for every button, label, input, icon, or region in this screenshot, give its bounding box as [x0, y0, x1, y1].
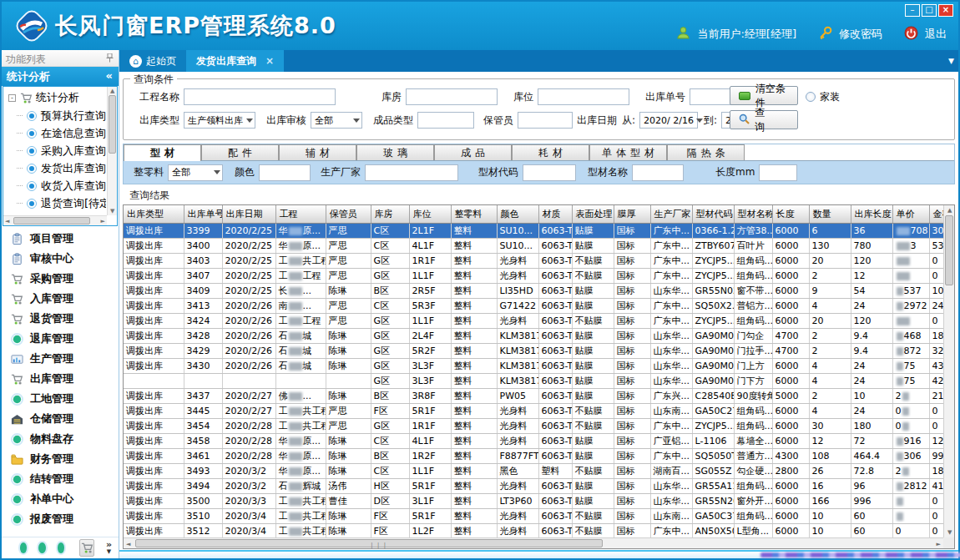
table-row[interactable]: 调拨出库34132020/2/26南...严思C区5R3F整料G71422606…	[124, 298, 943, 313]
tree-item[interactable]: 退库管理[待定]	[5, 212, 106, 214]
table-row[interactable]: 调拨出库35002020/3/3工共工程曹佳D区3L1F整料LT3P606063…	[124, 493, 943, 508]
material-tab[interactable]: 成品	[434, 144, 512, 160]
minimize-button[interactable]: –	[905, 4, 920, 17]
table-row[interactable]: 调拨出库34292020/2/26石城陈琳G区5R2F整料KLM38176063…	[124, 343, 943, 358]
table-row[interactable]: G区3L3F整料KLM38176063-T5贴膜国标山东华...GA90M09.…	[124, 373, 943, 388]
cart-shortcut-button[interactable]	[79, 539, 94, 557]
column-header[interactable]: 型材代码	[692, 205, 734, 223]
column-header[interactable]: 金额	[929, 205, 943, 223]
project-name-input[interactable]	[184, 88, 336, 105]
close-button[interactable]: ×	[938, 4, 953, 17]
collapse-icon[interactable]: «	[106, 69, 113, 82]
sidebar-menu-item[interactable]: 财务管理	[2, 449, 119, 469]
column-header[interactable]: 表面处理	[572, 205, 614, 223]
color-input[interactable]	[259, 164, 311, 181]
column-header[interactable]: 单价	[892, 205, 929, 223]
column-header[interactable]: 整零料	[451, 205, 497, 223]
column-header[interactable]: 库位	[409, 205, 451, 223]
profile-code-input[interactable]	[523, 164, 576, 181]
warehouse-input[interactable]	[406, 88, 498, 105]
tree-collapse-icon[interactable]: -	[8, 94, 16, 102]
grid-vertical-scrollbar[interactable]: ▲▼	[943, 205, 954, 537]
sidebar-menu-item[interactable]: 物料盘存	[2, 429, 119, 449]
table-row[interactable]: 调拨出库35102020/3/4工共工程陈琳F区5R1F整料光身料6063-T5…	[124, 508, 943, 523]
column-header[interactable]: 出库类型	[124, 205, 184, 223]
material-tab[interactable]: 配件	[201, 144, 279, 160]
tab-shipment-outbound-query[interactable]: 发货出库查询 ×	[186, 50, 284, 72]
column-header[interactable]: 数量	[809, 205, 851, 223]
sidebar-menu-item[interactable]: 入库管理	[2, 289, 119, 309]
sidebar-menu-item[interactable]: 工地管理	[2, 389, 119, 409]
radio-jiazhuang[interactable]	[806, 92, 816, 102]
column-header[interactable]: 材质	[538, 205, 572, 223]
table-row[interactable]: 调拨出库34612020/2/28华原...陈琳B区1R2F整料F8877FT6…	[124, 448, 943, 463]
search-button[interactable]: 查 询	[730, 110, 798, 129]
table-row[interactable]: 调拨出库34582020/2/28华原...陈琳C区4L1F整料光身料6063-…	[124, 433, 943, 448]
product-type-input[interactable]	[417, 112, 474, 129]
sidebar-menu-item[interactable]: 退货管理	[2, 309, 119, 329]
tree-item[interactable]: 收货入库查询	[5, 177, 106, 194]
table-row[interactable]: 调拨出库34032020/2/25工共工程严思G区1R1F整料光身料6063-T…	[124, 253, 943, 268]
column-header[interactable]: 出库日期	[222, 205, 275, 223]
tree-root[interactable]: - 统计分析	[5, 88, 106, 107]
table-row[interactable]: 调拨出库35122020/3/4工共工程陈琳F区1L2F整料光身料6063-T5…	[124, 523, 943, 537]
sidebar-menu-item[interactable]: 项目管理	[2, 229, 119, 249]
column-header[interactable]: 长度	[772, 205, 809, 223]
table-row[interactable]: 调拨出库33992020/2/25华原...严思C区2L1F整料SU10...6…	[124, 223, 943, 238]
table-row[interactable]: 调拨出库34002020/2/25华原...严思C区4L1F整料SU10...6…	[124, 238, 943, 253]
tree-item[interactable]: 预算执行查询	[5, 107, 106, 124]
clear-conditions-button[interactable]: 清空条件	[730, 86, 798, 105]
tab-start-page[interactable]: ⌂ 起始页	[119, 50, 186, 72]
material-tab[interactable]: 辅材	[279, 144, 356, 160]
tab-close-icon[interactable]: ×	[265, 55, 274, 67]
tree-item[interactable]: 发货出库查询	[5, 159, 106, 177]
column-header[interactable]: 膜厚	[614, 205, 650, 223]
outbound-type-select[interactable]: 生产领料出库	[184, 112, 255, 129]
maximize-button[interactable]: □	[922, 4, 937, 17]
material-tab[interactable]: 耗材	[512, 144, 589, 160]
table-row[interactable]: 调拨出库34092020/2/25长...陈琳B区2R5F整料LI35HD606…	[124, 283, 943, 298]
column-header[interactable]: 库房	[371, 205, 409, 223]
pin-icon[interactable]	[106, 53, 114, 65]
sidebar-menu-item[interactable]: 仓储管理	[2, 409, 119, 429]
tree-item[interactable]: 退货查询[待定]	[5, 194, 106, 212]
column-header[interactable]: 出库单号	[184, 205, 222, 223]
table-row[interactable]: 调拨出库34372020/2/27佛...陈琳B区3R8F整料PW056063-…	[124, 388, 943, 403]
sidebar-menu-item[interactable]: 生产管理	[2, 349, 119, 369]
more-menus-button[interactable]: »▼	[106, 541, 112, 556]
change-password-link[interactable]: 修改密码	[839, 27, 882, 42]
grid-horizontal-scrollbar[interactable]: ◄❘❘❘►	[124, 537, 943, 548]
location-input[interactable]	[538, 88, 629, 105]
column-header[interactable]: 出库长度	[851, 205, 892, 223]
keeper-input[interactable]	[518, 112, 573, 129]
tree-vertical-scrollbar[interactable]: ▲▼	[107, 87, 117, 215]
logout-link[interactable]: 退出	[925, 27, 947, 42]
table-row[interactable]: 调拨出库34072020/2/25工工程严思G区1L1F整料光身料6063-T5…	[124, 268, 943, 283]
table-row[interactable]: 调拨出库34932020/3/2华原...陈琳C区1L1F整料黑色塑料不贴膜国标…	[124, 463, 943, 478]
table-row[interactable]: 调拨出库34542020/2/28工共工程严思G区1R1F整料光身料6063-T…	[124, 418, 943, 433]
table-row[interactable]: 调拨出库34942020/3/2石辉城汤伟H区5R1F整料光身料6063-T5贴…	[124, 478, 943, 493]
tree-item[interactable]: 在途信息查询[待	[5, 124, 106, 142]
tab-list-dropdown-icon[interactable]: ▼	[948, 57, 954, 65]
profile-name-input[interactable]	[632, 164, 684, 181]
sidebar-section-statistics[interactable]: 统计分析 «	[2, 67, 119, 86]
factory-input[interactable]	[365, 164, 458, 181]
sidebar-menu-item[interactable]: 报废管理	[2, 509, 119, 529]
table-row[interactable]: 调拨出库34282020/2/26石城陈琳G区2L4F整料KLM38176063…	[124, 328, 943, 343]
column-header[interactable]: 型材名称	[734, 205, 772, 223]
date-from-select[interactable]: 2020/ 2/16	[639, 112, 698, 129]
column-header[interactable]: 工程	[275, 205, 326, 223]
material-tab[interactable]: 单体型材	[589, 144, 667, 160]
sidebar-menu-item[interactable]: 结转管理	[2, 469, 119, 489]
sidebar-menu-item[interactable]: 补单中心	[2, 489, 119, 509]
zhengling-select[interactable]: 全部	[168, 164, 223, 181]
green-dot-icon[interactable]	[38, 542, 45, 553]
table-row[interactable]: 调拨出库34242020/2/26工工程严思G区1L1F整料光身料6063-T5…	[124, 313, 943, 328]
green-dot-icon[interactable]	[58, 542, 64, 553]
material-tab[interactable]: 隔热条	[667, 144, 745, 160]
table-row[interactable]: 调拨出库34452020/2/27工共工程严思F区5R1F整料光身料6063-T…	[124, 403, 943, 418]
green-dot-icon[interactable]	[20, 542, 27, 553]
sidebar-menu-item[interactable]: 审核中心	[2, 249, 119, 269]
column-header[interactable]: 颜色	[497, 205, 538, 223]
material-tab[interactable]: 玻璃	[356, 144, 434, 160]
